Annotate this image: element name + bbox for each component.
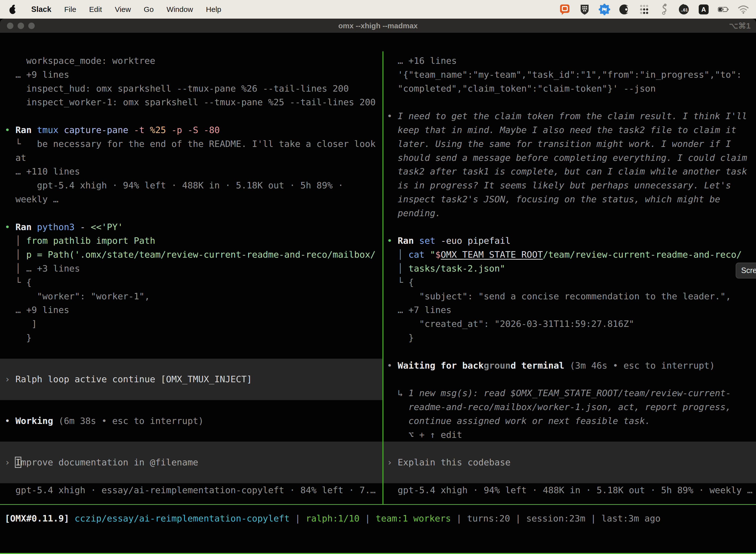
terminal-line (383, 372, 756, 386)
prompt-input[interactable]: › Explain this codebase (383, 442, 756, 483)
menu-window[interactable]: Window (167, 5, 193, 14)
terminal-text: } (5, 333, 32, 343)
tmux-pane-left[interactable]: workspace_mode: worktree … +9 lines insp… (0, 51, 382, 504)
terminal-line: • Ran set -euo pipefail (383, 234, 756, 248)
wifi-icon[interactable] (738, 4, 749, 15)
terminal-line: │ p = Path('.omx/state/team/review-curre… (0, 248, 382, 262)
terminal-line: gpt-5.4 xhigh · 94% left · 488K in · 5.1… (383, 483, 756, 497)
terminal-text: } (387, 333, 414, 343)
terminal-text: at (5, 153, 26, 163)
terminal-text: • (5, 125, 15, 135)
terminal-text: └ { (5, 277, 32, 287)
terminal-line: • I need to get the claim token from the… (383, 109, 756, 123)
terminal-text: ↳ 1 new msg(s): read $OMX_TEAM_STATE_ROO… (387, 388, 731, 398)
status-segment: | (365, 513, 376, 523)
terminal-line: gpt-5.4 xhigh · 94% left · 488K in · 5.1… (0, 178, 382, 192)
terminal-text: (3m 46s • esc to interrupt) (570, 361, 715, 371)
terminal-text: /team/review-current-readme-and-reco/ (543, 250, 742, 260)
terminal-line: › Ralph loop active continue [OMX_TMUX_I… (0, 372, 382, 386)
terminal-line: • Ran python3 - <<'PY' (0, 220, 382, 234)
apple-icon[interactable] (7, 4, 18, 15)
terminal-text: mprove documentation in @filename (21, 457, 198, 467)
terminal-text: │ (387, 250, 408, 260)
battery-icon[interactable] (718, 4, 729, 15)
terminal-line: └ { (0, 276, 382, 289)
terminal-text: -p -S -80 (171, 125, 220, 135)
shield-grid-icon[interactable] (579, 4, 590, 15)
terminal-text: Ran (15, 222, 37, 232)
menu-bar: Slack File Edit View Go Window Help (0, 0, 756, 19)
terminal-text: inspect_worker-1: omx sparkshell --tmux-… (5, 97, 376, 107)
status-segment: | turns:20 | session:23m | last:3m ago (456, 513, 661, 523)
terminal-text: capture-pane (64, 125, 134, 135)
input-source-icon[interactable]: A (698, 4, 709, 15)
chat-app-icon[interactable] (559, 4, 570, 15)
terminal-text: │ (387, 263, 408, 274)
terminal-text: Explain this codebase (397, 457, 510, 467)
terminal-text: "subject": "send a concise recommendatio… (387, 291, 731, 301)
terminal-line: inspect_hud: omx sparkshell --tmux-pane … (0, 82, 382, 96)
menu-edit[interactable]: Edit (89, 5, 102, 14)
window-titlebar[interactable]: omx --xhigh --madmax ⌥⌘1 (0, 19, 756, 33)
verified-badge-icon[interactable] (599, 4, 610, 15)
terminal-text: $ (435, 250, 441, 260)
terminal-line: continue assigned work or next feasible … (383, 414, 756, 428)
ralph-status-banner: › Ralph loop active continue [OMX_TMUX_I… (0, 359, 382, 400)
count-badge-icon[interactable]: ..61 (678, 4, 690, 15)
terminal-content[interactable]: workspace_mode: worktree … +9 lines insp… (0, 51, 756, 554)
terminal-text: task2 after task1 is complete, but can I… (387, 166, 747, 176)
terminal-text: └ { (387, 277, 414, 287)
terminal-text: -t (134, 125, 150, 135)
terminal-line: … +110 lines (0, 165, 382, 178)
screen-overlay-button[interactable]: Scre (736, 263, 756, 278)
terminal-text: "worker": "worker-1", (5, 291, 150, 301)
terminal-line: ⌥ + ↑ edit (383, 428, 756, 442)
menu-help[interactable]: Help (206, 5, 221, 14)
terminal-text: %25 (150, 125, 171, 135)
terminal-line: │ tasks/task-2.json" (383, 262, 756, 276)
terminal-line: └ { (383, 276, 756, 289)
terminal-text: should send a message before completing … (387, 153, 747, 163)
prompt-input[interactable]: › Improve documentation in @filename (0, 442, 382, 483)
terminal-line: └ be necessary for the end of the README… (0, 137, 382, 151)
terminal-text: d terminal (511, 361, 570, 371)
status-segment: ralph:1/10 (306, 513, 365, 523)
hook-icon[interactable] (658, 4, 670, 15)
terminal-text: • (5, 416, 15, 426)
status-segment: team:1 workers (376, 513, 456, 523)
terminal-text: Working (15, 416, 58, 426)
terminal-line: pending. (383, 206, 756, 220)
terminal-line: } (383, 331, 756, 345)
dark-mode-icon[interactable] (619, 4, 630, 15)
terminal-line: gpt-5.4 xhigh · essay/ai-reimplementatio… (0, 483, 382, 497)
status-segment: cczip/essay/ai-reimplementation-copyleft (75, 513, 295, 523)
terminal-text: │ … +3 lines (5, 263, 80, 274)
terminal-text: inspect_hud: omx sparkshell --tmux-pane … (5, 84, 349, 94)
terminal-line: … +9 lines (0, 68, 382, 82)
terminal-text: … +9 lines (5, 305, 69, 315)
terminal-text: Ran (15, 125, 37, 135)
terminal-text: Waiting for back (397, 361, 484, 371)
window-title: omx --xhigh --madmax (0, 21, 756, 30)
dots-grid-icon[interactable] (638, 4, 650, 15)
terminal-line: readme-and-reco/mailbox/worker-1.json, a… (383, 400, 756, 414)
terminal-line: │ from pathlib import Path (0, 234, 382, 248)
terminal-text: (6m 38s • esc to interrupt) (59, 416, 204, 426)
input-source-letter: A (701, 6, 706, 13)
terminal-text: "created_at": "2026-03-31T11:59:27.816Z" (387, 319, 634, 329)
menu-view[interactable]: View (115, 5, 131, 14)
terminal-text: • (5, 222, 15, 232)
terminal-text: p = Path('.omx/state/team/review-current… (26, 250, 376, 260)
pane-bottom-border (0, 504, 756, 505)
menu-app-name[interactable]: Slack (31, 5, 51, 14)
terminal-line (0, 428, 382, 442)
terminal-text: │ (5, 250, 26, 260)
menu-file[interactable]: File (64, 5, 76, 14)
terminal-text: pending. (387, 208, 441, 218)
tmux-pane-right[interactable]: … +16 lines '{"team_name":"my-team","tas… (383, 51, 756, 504)
terminal-text: cat (408, 250, 430, 260)
terminal-text: '{"team_name":"my-team","task_id":"1","f… (387, 69, 742, 80)
terminal-line: "worker": "worker-1", (0, 289, 382, 303)
terminal-line: '{"team_name":"my-team","task_id":"1","f… (383, 68, 756, 82)
menu-go[interactable]: Go (144, 5, 154, 14)
